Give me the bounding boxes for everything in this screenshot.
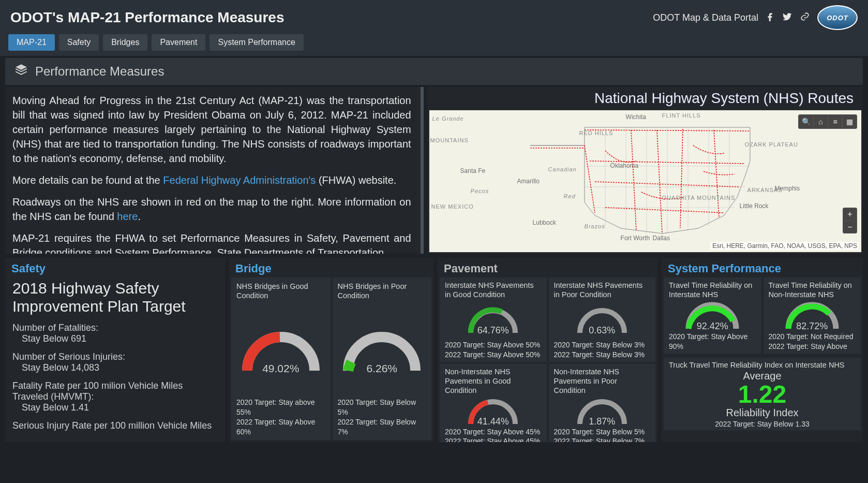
map-attribution: Esri, HERE, Garmin, FAO, NOAA, USGS, EPA… — [710, 242, 859, 250]
intro-row: Moving Ahead for Progress in the 21st Ce… — [5, 87, 863, 254]
gauge: 82.72% — [769, 300, 856, 332]
pavement-grid: Interstate NHS Pavements in Good Conditi… — [438, 277, 657, 442]
sp-interstate: Travel Time Reliability on Interstate NH… — [664, 277, 761, 354]
map-label: Lubbock — [533, 219, 556, 226]
sysperf-grid: Travel Time Reliability on Interstate NH… — [662, 277, 863, 356]
map-label: Canadian — [548, 166, 577, 172]
safety-item: Number of Serious Injuries: Stay Below 1… — [12, 352, 218, 373]
layers-icon — [13, 63, 29, 80]
map-label: FLINT HILLS — [662, 112, 701, 119]
map-label: NEW MEXICO — [431, 203, 474, 210]
tab-map21[interactable]: MAP-21 — [8, 34, 55, 51]
nhs-here-link[interactable]: here — [117, 211, 138, 222]
map-label: Memphis — [775, 185, 800, 192]
intro-text: Moving Ahead for Progress in the 21st Ce… — [5, 87, 424, 254]
map-toolbar: 🔍 ⌂ ≡ ▦ — [798, 114, 857, 129]
tab-system-performance[interactable]: System Performance — [209, 34, 303, 51]
pave-int-good: Interstate NHS Pavements in Good Conditi… — [440, 277, 547, 362]
map-label: Fort Worth — [621, 235, 650, 242]
zoom-out-icon[interactable]: − — [843, 221, 857, 233]
intro-p4: MAP-21 requires the FHWA to set Performa… — [12, 231, 411, 254]
map-label: Brazos — [585, 223, 605, 229]
bridge-good: NHS Bridges in Good Condition 49.02% 202… — [231, 277, 331, 440]
tab-safety[interactable]: Safety — [59, 34, 99, 51]
map-label: Wichita — [626, 113, 646, 121]
map-label: Santa Fe — [460, 167, 486, 174]
safety-body: 2018 Highway Safety Improvement Plan Tar… — [5, 277, 225, 441]
map-label: Red — [564, 193, 576, 199]
map-search-icon[interactable]: 🔍 — [799, 115, 813, 128]
map-label: Pecos — [471, 188, 489, 194]
map-label: Little Rock — [740, 202, 769, 210]
section-title: Performance Measures — [35, 64, 164, 79]
sp-noninterstate: Travel Time Reliability on Non-Interstat… — [764, 277, 861, 354]
map-legend-icon[interactable]: ≡ — [828, 115, 842, 128]
safety-item: Number of Fatalities: Stay Below 691 — [12, 323, 218, 344]
map-label: Oklahoma — [610, 162, 639, 169]
intro-p3: Roadways on the NHS are shown in red on … — [12, 195, 411, 224]
zoom-in-icon[interactable]: + — [843, 208, 857, 221]
top-right: ODOT Map & Data Portal ODOT — [653, 5, 858, 30]
card-pavement-title[interactable]: Pavement — [438, 258, 657, 277]
intro-p2: More details can be found at the Federal… — [12, 173, 411, 187]
twitter-icon[interactable] — [782, 12, 792, 24]
card-safety: Safety 2018 Highway Safety Improvement P… — [5, 258, 225, 442]
card-sysperf: System Performance Travel Time Reliabili… — [662, 258, 863, 442]
safety-item: Serious Injury Rate per 100 million Vehi… — [12, 420, 218, 431]
map-basemap-icon[interactable]: ▦ — [842, 115, 857, 128]
nav-tabs: MAP-21 Safety Bridges Pavement System Pe… — [0, 31, 868, 56]
bridge-poor: NHS Bridges in Poor Condition 6.26% 2020… — [333, 277, 432, 440]
pave-nonint-good: Non-Interstate NHS Pavements in Good Con… — [440, 364, 547, 442]
map-home-icon[interactable]: ⌂ — [813, 115, 828, 128]
intro-p1: Moving Ahead for Progress in the 21st Ce… — [12, 93, 411, 166]
map-label: Le Grande — [432, 115, 464, 122]
page-title: ODOT's MAP-21 Performance Measures — [10, 9, 285, 26]
pave-int-poor: Interstate NHS Pavements in Poor Conditi… — [549, 277, 656, 362]
gauge: 64.76% — [445, 304, 542, 336]
card-pavement: Pavement Interstate NHS Pavements in Goo… — [438, 258, 657, 442]
safety-heading: 2018 Highway Safety Improvement Plan Tar… — [12, 280, 218, 315]
section-header: Performance Measures — [5, 58, 863, 85]
truck-index-value: 1.22 — [669, 382, 856, 407]
map-label: Amarillo — [517, 178, 540, 185]
gauge: 49.02% — [236, 324, 325, 375]
safety-item: Fatality Rate per 100 milion Vehicle Mil… — [12, 380, 218, 413]
card-bridge: Bridge NHS Bridges in Good Condition 49.… — [229, 258, 433, 442]
fhwa-link[interactable]: Federal Highway Administration's — [163, 174, 316, 186]
card-safety-title[interactable]: Safety — [5, 258, 225, 277]
odot-logo[interactable]: ODOT — [817, 5, 858, 30]
map-label: Dallas — [653, 235, 670, 242]
gauge: 92.42% — [669, 300, 756, 332]
map-label: OZARK PLATEAU — [745, 141, 798, 148]
map-panel: National Highway System (NHS) Routes Wic… — [428, 87, 863, 254]
top-bar: ODOT's MAP-21 Performance Measures ODOT … — [0, 0, 868, 31]
tab-bridges[interactable]: Bridges — [103, 34, 147, 51]
sp-truck: Truck Travel Time Reliability Index on I… — [664, 358, 861, 430]
pave-nonint-poor: Non-Interstate NHS Pavements in Poor Con… — [549, 364, 656, 442]
map-label: OUACHITA MOUNTAINS — [662, 195, 736, 201]
tab-pavement[interactable]: Pavement — [152, 34, 205, 51]
portal-link[interactable]: ODOT Map & Data Portal — [653, 12, 758, 23]
map-label: MOUNTAINS — [430, 137, 469, 143]
facebook-icon[interactable] — [766, 12, 775, 24]
link-icon[interactable] — [800, 12, 810, 24]
gauge: 41.44% — [445, 396, 542, 427]
gauge: 0.63% — [554, 304, 651, 336]
gauge: 1.87% — [554, 396, 651, 427]
map-zoom: + − — [843, 208, 857, 233]
gauge: 6.26% — [338, 324, 427, 375]
card-bridge-title[interactable]: Bridge — [229, 258, 433, 277]
map-label: RED HILLS — [579, 130, 613, 136]
card-sysperf-title[interactable]: System Performance — [662, 258, 863, 277]
bridge-grid: NHS Bridges in Good Condition 49.02% 202… — [229, 277, 433, 442]
map-title: National Highway System (NHS) Routes — [428, 87, 863, 109]
map-canvas[interactable]: Wichita FLINT HILLS RED HILLS OZARK PLAT… — [429, 110, 862, 253]
map-svg — [528, 125, 755, 239]
kpi-row: Safety 2018 Highway Safety Improvement P… — [5, 258, 863, 442]
